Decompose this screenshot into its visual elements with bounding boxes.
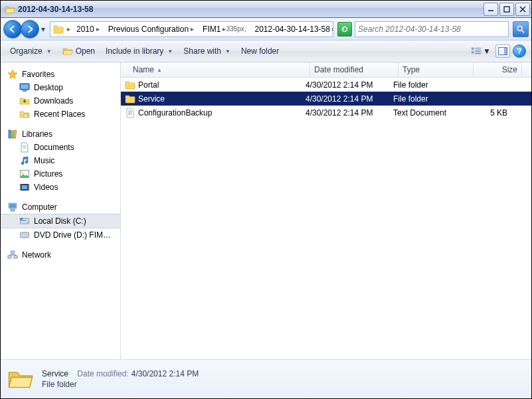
folder-icon <box>125 80 135 90</box>
tree-label: Network <box>22 250 51 260</box>
history-dropdown[interactable]: ▾ <box>39 20 47 39</box>
column-headers: Name▲ Date modified Type Size <box>121 62 531 78</box>
file-name: Portal <box>138 80 159 90</box>
tree-libraries[interactable]: Libraries <box>1 127 120 141</box>
search-input[interactable] <box>355 25 508 34</box>
search-box[interactable] <box>355 21 509 37</box>
column-type[interactable]: Type <box>399 62 474 77</box>
document-icon <box>19 142 30 153</box>
tree-label: Pictures <box>34 169 62 179</box>
breadcrumb-segment[interactable]: Previous Configuration▸ <box>104 22 199 37</box>
sort-asc-icon: ▲ <box>157 67 162 73</box>
folder-open-icon <box>7 366 34 392</box>
folder-icon <box>5 4 15 15</box>
file-row[interactable]: Portal4/30/2012 2:14 PMFile folder <box>121 78 531 92</box>
file-row[interactable]: ConfigurationBackup4/30/2012 2:14 PMText… <box>121 106 531 120</box>
column-date[interactable]: Date modified <box>310 62 399 77</box>
recent-icon <box>19 109 30 120</box>
breadcrumb-segment[interactable]: 2012-04-30-14-13-58▸ <box>250 22 333 37</box>
text-file-icon <box>125 108 135 118</box>
new-folder-button[interactable]: New folder <box>237 45 283 57</box>
tree-label: Libraries <box>22 129 52 139</box>
tree-computer[interactable]: Computer <box>1 200 120 214</box>
share-with-menu[interactable]: Share with▼ <box>179 45 234 57</box>
tree-label: Favorites <box>22 70 54 79</box>
svg-rect-27 <box>504 7 509 12</box>
chevron-right-icon[interactable]: ▸ <box>65 25 72 33</box>
star-icon <box>7 69 18 80</box>
breadcrumb-segment[interactable]: 2010▸ <box>72 22 104 37</box>
tree-network[interactable]: Network <box>1 248 120 262</box>
tree-label: Recent Places <box>34 110 85 119</box>
forward-button[interactable] <box>21 20 39 39</box>
file-date: 4/30/2012 2:14 PM <box>302 94 389 104</box>
help-button[interactable]: ? <box>513 44 526 58</box>
file-rows[interactable]: Portal4/30/2012 2:14 PMFile folderServic… <box>121 78 531 359</box>
computer-icon <box>7 202 18 212</box>
folder-open-icon <box>62 46 73 56</box>
tree-dvd-drive[interactable]: DVD Drive (D:) FIM2010 <box>1 228 120 242</box>
tree-local-disk[interactable]: Local Disk (C:) <box>1 214 120 228</box>
tree-label: Computer <box>22 202 57 212</box>
chevron-right-icon[interactable]: ▸ <box>94 25 102 33</box>
svg-rect-31 <box>504 48 507 54</box>
details-date-label: Date modified: <box>77 369 128 378</box>
preview-pane-button[interactable] <box>495 44 510 58</box>
videos-icon <box>19 182 30 193</box>
breadcrumb-label: Previous Configuration <box>108 25 189 34</box>
breadcrumb[interactable]: ▸ 2010▸ Previous Configuration▸ FIM1▸335… <box>50 21 333 37</box>
tree-favorites[interactable]: Favorites <box>1 68 120 81</box>
tree-videos[interactable]: Videos <box>1 181 120 194</box>
chevron-down-icon: ▼ <box>46 48 52 54</box>
file-row[interactable]: Service4/30/2012 2:14 PMFile folder <box>121 92 531 106</box>
chevron-down-icon: ▼ <box>225 48 230 54</box>
open-button[interactable]: Open <box>58 44 99 58</box>
details-type: File folder <box>42 380 77 389</box>
folder-icon <box>125 94 135 104</box>
include-library-menu[interactable]: Include in library▼ <box>102 45 177 57</box>
disk-icon <box>19 216 30 226</box>
file-date: 4/30/2012 2:14 PM <box>302 108 389 118</box>
command-bar: Organize▼ Open Include in library▼ Share… <box>1 40 531 62</box>
tree-label: Documents <box>34 143 74 152</box>
tree-label: Videos <box>34 183 58 192</box>
music-icon <box>19 155 30 166</box>
svg-rect-28 <box>472 48 474 50</box>
tree-desktop[interactable]: Desktop <box>1 81 120 94</box>
title-bar[interactable]: 2012-04-30-14-13-58 <box>1 1 531 18</box>
file-date: 4/30/2012 2:14 PM <box>302 80 389 90</box>
dvd-icon <box>19 230 30 240</box>
breadcrumb-label: FIM1 <box>203 25 221 34</box>
file-type: Text Document <box>389 108 464 118</box>
breadcrumb-segment[interactable]: FIM1▸335px; <box>199 22 250 37</box>
file-type: File folder <box>389 80 464 90</box>
details-pane: Service Date modified:4/30/2012 2:14 PM … <box>1 359 531 398</box>
tree-pictures[interactable]: Pictures <box>1 167 120 181</box>
file-size: 5 KB <box>464 108 511 118</box>
minimize-button[interactable] <box>484 3 498 16</box>
tree-recent[interactable]: Recent Places <box>1 108 120 121</box>
column-size[interactable]: Size <box>474 62 522 77</box>
tree-label: Desktop <box>34 83 63 92</box>
back-button[interactable] <box>3 20 22 39</box>
chevron-right-icon[interactable]: ▸ <box>189 25 196 33</box>
tree-downloads[interactable]: Downloads <box>1 94 120 108</box>
chevron-right-icon[interactable]: ▸ <box>330 25 333 33</box>
breadcrumb-label: 2012-04-30-14-13-58 <box>254 25 329 34</box>
tree-label: DVD Drive (D:) FIM2010 <box>34 230 114 240</box>
close-button[interactable] <box>515 3 530 16</box>
navigation-pane[interactable]: Favorites Desktop Downloads Recent Place… <box>1 62 121 359</box>
column-filler <box>522 62 531 77</box>
tree-documents[interactable]: Documents <box>1 141 120 154</box>
file-name: ConfigurationBackup <box>138 108 212 118</box>
svg-rect-29 <box>472 51 474 54</box>
organize-menu[interactable]: Organize▼ <box>6 45 56 57</box>
tree-music[interactable]: Music <box>1 154 120 167</box>
view-selector[interactable]: ▼ <box>469 45 493 57</box>
folder-icon <box>53 24 64 35</box>
maximize-button[interactable] <box>499 3 514 16</box>
search-button[interactable] <box>513 21 529 37</box>
chevron-right-icon[interactable]: ▸335px; <box>221 25 248 33</box>
refresh-button[interactable] <box>337 22 352 37</box>
column-name[interactable]: Name▲ <box>121 62 310 77</box>
